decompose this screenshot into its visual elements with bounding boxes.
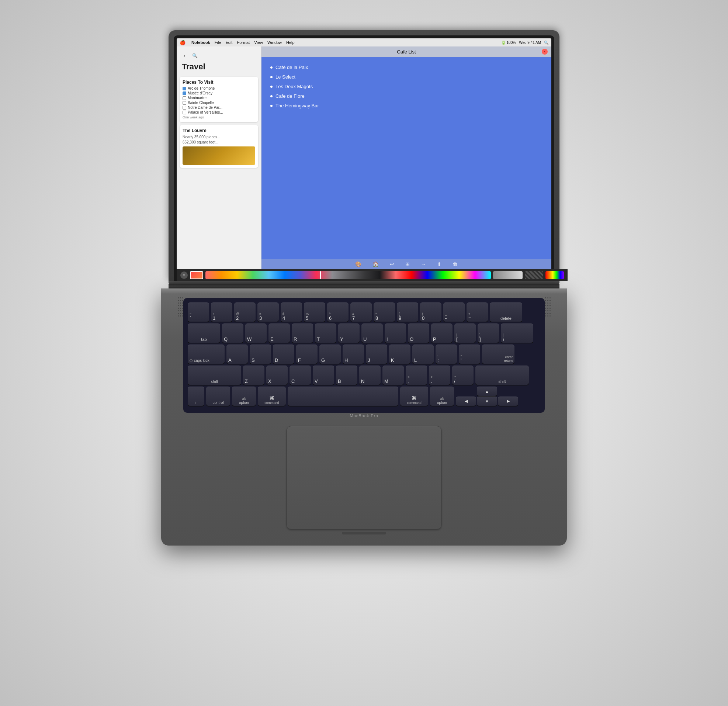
key-command-right[interactable]: ⌘ command [400, 386, 428, 406]
menu-format[interactable]: Format [237, 40, 250, 45]
touchbar-rainbow[interactable] [546, 271, 564, 279]
checkbox-5[interactable] [182, 106, 186, 110]
key-i[interactable]: I [385, 324, 406, 343]
checkbox-2[interactable] [182, 91, 186, 95]
key-arrow-right[interactable]: ▶ [498, 396, 518, 406]
key-c[interactable]: C [289, 366, 311, 385]
key-minus[interactable]: _- [443, 302, 465, 322]
menu-edit[interactable]: Edit [225, 40, 233, 45]
key-g[interactable]: G [319, 344, 341, 364]
key-shift-right[interactable]: shift [475, 366, 529, 385]
key-w[interactable]: W [245, 324, 267, 343]
key-v[interactable]: V [313, 366, 334, 385]
key-option-left[interactable]: alt option [232, 386, 256, 406]
popup-close-button[interactable]: × [542, 49, 547, 55]
menu-notebook[interactable]: Notebook [191, 40, 210, 45]
key-b[interactable]: B [336, 366, 357, 385]
note-card-louvre[interactable]: The Louvre Nearly 35,000 pieces... 652,3… [180, 125, 258, 168]
key-9[interactable]: (9 [397, 302, 418, 322]
key-tab[interactable]: tab [188, 324, 220, 343]
key-3[interactable]: #3 [257, 302, 279, 322]
toolbar-icon-1[interactable]: 🎨 [355, 261, 361, 267]
key-slash[interactable]: ?/ [452, 366, 474, 385]
key-h[interactable]: H [342, 344, 364, 364]
key-rightbracket[interactable]: }] [478, 324, 499, 343]
menu-file[interactable]: File [215, 40, 221, 45]
toolbar-icon-3[interactable]: ↩ [390, 261, 394, 267]
key-x[interactable]: X [266, 366, 287, 385]
key-d[interactable]: D [273, 344, 294, 364]
key-5[interactable]: %5 [304, 302, 325, 322]
apple-icon[interactable]: 🍎 [180, 40, 185, 45]
key-semicolon[interactable]: :; [436, 344, 457, 364]
key-6[interactable]: ^6 [327, 302, 348, 322]
key-arrow-up[interactable]: ▲ [477, 386, 497, 396]
key-z[interactable]: Z [243, 366, 264, 385]
key-2[interactable]: @2 [234, 302, 256, 322]
toolbar-icon-5[interactable]: → [421, 261, 426, 267]
key-p[interactable]: P [431, 324, 452, 343]
key-f[interactable]: F [296, 344, 318, 364]
key-equals[interactable]: += [467, 302, 488, 322]
main-content: Map Cafe List × [261, 46, 551, 269]
key-y[interactable]: Y [338, 324, 360, 343]
toolbar-icon-2[interactable]: 🏠 [373, 261, 379, 267]
key-k[interactable]: K [389, 344, 410, 364]
menu-window[interactable]: Window [267, 40, 282, 45]
trackpad[interactable] [286, 426, 442, 530]
key-backtick[interactable]: ~` [188, 302, 209, 322]
key-arrow-left[interactable]: ◀ [456, 396, 476, 406]
key-backslash[interactable]: |\ [501, 324, 533, 343]
checkbox-4[interactable] [182, 101, 186, 105]
key-l[interactable]: L [412, 344, 434, 364]
key-control[interactable]: control [206, 386, 230, 406]
key-q[interactable]: Q [222, 324, 243, 343]
key-4[interactable]: $4 [281, 302, 302, 322]
key-u[interactable]: U [361, 324, 383, 343]
touchbar-close-button[interactable]: × [181, 272, 188, 279]
checkbox-3[interactable] [182, 96, 186, 100]
key-command-left[interactable]: ⌘ command [258, 386, 286, 406]
key-n[interactable]: N [359, 366, 381, 385]
key-s[interactable]: S [250, 344, 271, 364]
back-button[interactable]: ‹ [181, 52, 188, 60]
key-r[interactable]: R [292, 324, 313, 343]
touchbar-color-gradient[interactable] [205, 271, 491, 279]
key-period[interactable]: >. [429, 366, 450, 385]
touchbar-pattern[interactable] [525, 271, 543, 279]
key-8[interactable]: *8 [374, 302, 395, 322]
note-card-places[interactable]: Places To Visit Arc de Triomphe Musée d'… [180, 77, 258, 122]
key-arrow-down[interactable]: ▼ [477, 396, 497, 406]
touchbar-color-swatch[interactable] [190, 271, 203, 279]
toolbar-icon-6[interactable]: ⬆ [437, 261, 442, 267]
search-button[interactable]: 🔍 [191, 52, 199, 60]
key-j[interactable]: J [366, 344, 387, 364]
key-quote[interactable]: "' [459, 344, 480, 364]
key-leftbracket[interactable]: {[ [454, 324, 476, 343]
toolbar-icon-7[interactable]: 🗑 [452, 261, 458, 267]
menu-help[interactable]: Help [286, 40, 295, 45]
key-7[interactable]: &7 [350, 302, 372, 322]
key-a[interactable]: A [227, 344, 248, 364]
key-fn[interactable]: fn [188, 386, 204, 406]
key-space[interactable] [287, 386, 398, 406]
checkbox-1[interactable] [182, 87, 186, 90]
key-m[interactable]: M [383, 366, 404, 385]
key-comma[interactable]: <, [406, 366, 427, 385]
key-enter[interactable]: enter return [482, 344, 514, 364]
key-0[interactable]: )0 [420, 302, 442, 322]
toolbar-icon-4[interactable]: ⊞ [405, 261, 410, 267]
key-t[interactable]: T [315, 324, 337, 343]
key-shift-left[interactable]: shift [188, 366, 241, 385]
key-capslock[interactable]: caps lock [188, 344, 225, 364]
note-item-2: Musée d'Orsay [182, 91, 255, 95]
key-1[interactable]: !1 [211, 302, 233, 322]
menu-view[interactable]: View [254, 40, 263, 45]
search-icon[interactable]: 🔍 [544, 41, 548, 45]
touchbar-gray-gradient[interactable] [493, 271, 523, 279]
key-delete[interactable]: delete [490, 302, 522, 322]
checkbox-6[interactable] [182, 111, 186, 114]
key-option-right[interactable]: alt option [430, 386, 454, 406]
key-e[interactable]: E [269, 324, 290, 343]
key-o[interactable]: O [408, 324, 429, 343]
